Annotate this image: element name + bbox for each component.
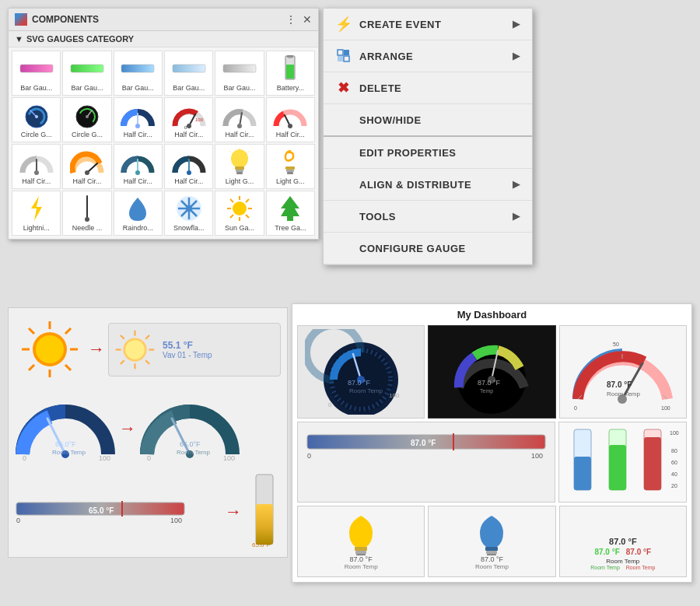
- dash-val-green: 87.0 °F: [594, 548, 619, 556]
- dash-half-red: 87.0 °F Room Temp 0 50 100: [559, 325, 687, 419]
- component-half-gray[interactable]: Half Cir...: [215, 97, 264, 142]
- component-half-gray2[interactable]: Half Cir...: [12, 144, 61, 189]
- svg-text:Room Temp: Room Temp: [177, 449, 211, 456]
- menu-align[interactable]: ALIGN & DISTRIBUTE ▶: [324, 169, 532, 201]
- menu-configure-label: CONFIGURE GAUGE: [359, 243, 466, 254]
- menu-show-hide-left: SHOW/HIDE: [336, 112, 422, 128]
- svg-point-35: [231, 149, 248, 168]
- svg-line-76: [65, 328, 71, 334]
- component-bar-cyan[interactable]: Bar Gau...: [164, 51, 213, 96]
- svg-text:0: 0: [328, 401, 332, 408]
- svg-point-26: [288, 124, 292, 128]
- menu-tools[interactable]: TOOLS ▶: [324, 201, 532, 233]
- svg-rect-4: [223, 65, 256, 72]
- svg-rect-139: [574, 457, 591, 490]
- component-light-spiral[interactable]: Light G...: [266, 144, 315, 189]
- menu-delete[interactable]: ✖ DELETE: [324, 72, 532, 104]
- component-bar-green[interactable]: Bar Gau...: [62, 51, 111, 96]
- menu-create-event[interactable]: ⚡ CREATE EVENT ▶: [324, 9, 532, 40]
- svg-point-69: [36, 335, 64, 363]
- thumb-bar-blue: [119, 54, 156, 82]
- component-bar-blue[interactable]: Bar Gau...: [114, 51, 163, 96]
- component-half-red2[interactable]: Half Cir...: [266, 97, 315, 142]
- label-half-orange: Half Cir...: [65, 177, 109, 185]
- component-snowflake[interactable]: Snowfla...: [164, 191, 213, 236]
- component-circle-blue[interactable]: Circle G...: [12, 97, 61, 142]
- menu-show-hide[interactable]: SHOW/HIDE: [324, 104, 532, 137]
- svg-text:60: 60: [671, 460, 677, 465]
- component-battery[interactable]: Battery...: [266, 51, 315, 96]
- menu-arrange-label: ARRANGE: [359, 51, 413, 62]
- delete-icon: ✖: [336, 80, 352, 96]
- thumb-half-teal: [119, 148, 156, 176]
- menu-align-label: ALIGN & DISTRIBUTE: [359, 179, 471, 191]
- svg-line-62: [230, 215, 233, 218]
- svg-text:20: 20: [671, 483, 677, 489]
- component-raindrop[interactable]: Raindro...: [114, 191, 163, 236]
- label-half-gray: Half Cir...: [217, 131, 261, 138]
- panel-close-icon[interactable]: ✕: [303, 13, 312, 26]
- menu-edit-properties[interactable]: EDIT PROPERTIES: [324, 137, 532, 169]
- panel-header: COMPONENTS ⋮ ✕: [9, 9, 318, 31]
- component-half-teal[interactable]: Half Cir...: [114, 144, 163, 189]
- svg-text:65.0°F: 65.0°F: [180, 440, 201, 448]
- dash-circular-black: 87.0 °F Temp: [428, 325, 555, 419]
- thumb-bar-green: [68, 54, 106, 82]
- sun-big: [15, 314, 85, 384]
- svg-point-79: [125, 340, 145, 359]
- svg-rect-149: [355, 547, 367, 551]
- svg-point-47: [85, 217, 89, 222]
- component-half-dark[interactable]: Half Cir...: [164, 144, 213, 189]
- component-bar-pink[interactable]: Bar Gau...: [12, 51, 61, 96]
- thumb-half-red2: [271, 101, 309, 129]
- svg-text:0: 0: [574, 405, 577, 411]
- dash-val-red: 87.0 °F: [626, 548, 651, 556]
- component-half-red[interactable]: 0 100 Half Cir...: [164, 97, 213, 142]
- menu-configure[interactable]: CONFIGURE GAUGE: [324, 233, 532, 264]
- component-bar-gray[interactable]: Bar Gau...: [215, 51, 264, 96]
- dashboard-mid-row: 87.0 °F 0 100 100 80 60: [297, 422, 687, 503]
- svg-line-75: [65, 365, 71, 370]
- svg-rect-66: [338, 56, 343, 61]
- label-battery: Battery...: [268, 84, 313, 92]
- svg-line-74: [29, 328, 34, 334]
- svg-rect-44: [287, 172, 293, 174]
- svg-text:50: 50: [613, 342, 619, 347]
- arrow-right-1: →: [88, 339, 105, 359]
- dash-circular-blue: 87.0 °F Room Temp 0 100: [297, 325, 425, 419]
- thumb-half-gray2: [18, 148, 55, 176]
- label-circle-blue: Circle G...: [14, 131, 58, 138]
- svg-point-18: [135, 124, 140, 128]
- svg-point-30: [85, 170, 89, 175]
- thumb-sun: [221, 194, 258, 222]
- dash-text-values: 87.0 °F 87.0 °F 87.0 °F Room Temp Room T…: [559, 506, 687, 577]
- svg-text:0: 0: [16, 517, 20, 524]
- svg-rect-67: [344, 56, 349, 61]
- thumb-needle: [68, 194, 106, 222]
- svg-rect-65: [344, 50, 349, 55]
- menu-delete-left: ✖ DELETE: [336, 80, 401, 96]
- component-half-blue[interactable]: Half Cir...: [114, 97, 163, 142]
- component-lightning[interactable]: Lightni...: [12, 191, 61, 236]
- component-tree[interactable]: Tree Ga...: [266, 191, 315, 236]
- component-light-yellow[interactable]: Light G...: [215, 144, 264, 189]
- component-sun[interactable]: Sun Ga...: [215, 191, 264, 236]
- panel-menu-icon[interactable]: ⋮: [285, 13, 296, 26]
- svg-text:100: 100: [195, 117, 204, 122]
- svg-text:0: 0: [307, 452, 311, 460]
- category-label: SVG GAUGES CATEGORY: [26, 34, 134, 44]
- svg-rect-37: [236, 170, 243, 172]
- label-raindrop: Raindro...: [116, 224, 160, 232]
- bar-gauge-demo: 65.0 °F 0 100: [15, 496, 219, 527]
- component-needle[interactable]: Needle ...: [62, 191, 111, 236]
- arrow-right-3: →: [225, 502, 242, 522]
- label-light-yellow: Light G...: [217, 177, 261, 185]
- svg-rect-0: [20, 65, 53, 72]
- menu-arrange[interactable]: ARRANGE ▶: [324, 40, 532, 72]
- thumb-raindrop: [119, 194, 156, 222]
- component-half-orange[interactable]: Half Cir...: [62, 144, 111, 189]
- svg-text:Room Temp: Room Temp: [349, 387, 383, 394]
- dash-light-yellow-label: Room Temp: [345, 563, 378, 570]
- component-circle-black[interactable]: Circle G...: [62, 97, 111, 142]
- label-lightning: Lightni...: [14, 224, 58, 232]
